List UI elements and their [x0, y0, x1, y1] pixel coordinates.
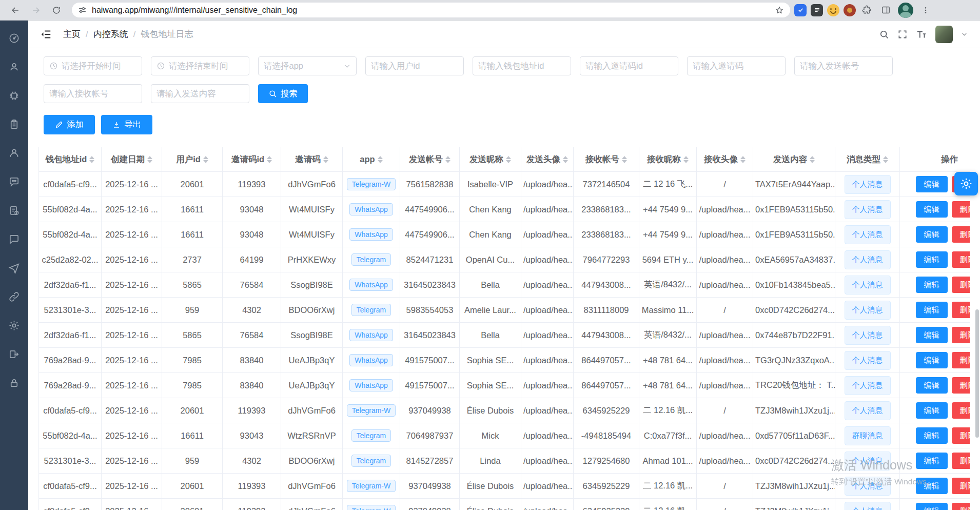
add-button[interactable]: 添加 — [44, 115, 95, 134]
edit-button[interactable]: 编辑 — [916, 277, 948, 293]
delete-button[interactable]: 删除 — [952, 402, 970, 419]
edit-button[interactable]: 编辑 — [916, 251, 948, 268]
sidebar-item-lock[interactable] — [0, 368, 28, 397]
address-bar[interactable]: haiwang.app/miwang#/internal/user_sensit… — [72, 3, 790, 17]
column-header[interactable]: 发送内容 — [753, 147, 835, 172]
filter-input[interactable] — [44, 84, 142, 103]
bookmark-star-icon[interactable] — [775, 6, 784, 15]
sort-carets-icon[interactable] — [563, 156, 568, 163]
sort-carets-icon[interactable] — [622, 156, 627, 163]
delete-button[interactable]: 删除 — [952, 201, 970, 218]
profile-avatar[interactable] — [898, 3, 913, 18]
column-header[interactable]: 用户id — [162, 147, 223, 172]
sort-carets-icon[interactable] — [445, 156, 450, 163]
edit-button[interactable]: 编辑 — [916, 176, 948, 192]
header-search-icon[interactable] — [879, 29, 889, 40]
column-header[interactable]: 创建日期 — [102, 147, 162, 172]
column-header[interactable]: 钱包地址id — [39, 147, 102, 172]
edit-button[interactable]: 编辑 — [916, 201, 948, 218]
input[interactable] — [264, 61, 341, 71]
sidebar-item-chat-dots[interactable] — [0, 167, 28, 196]
delete-button[interactable]: 删除 — [952, 302, 970, 318]
column-header[interactable]: app — [343, 147, 400, 172]
sort-carets-icon[interactable] — [323, 156, 328, 163]
sidebar-item-send[interactable] — [0, 253, 28, 282]
edit-button[interactable]: 编辑 — [916, 327, 948, 343]
edit-button[interactable]: 编辑 — [916, 352, 948, 368]
sort-carets-icon[interactable] — [810, 156, 815, 163]
extensions-puzzle-icon[interactable] — [860, 2, 873, 18]
side-panel-icon[interactable] — [877, 2, 894, 18]
sidebar-item-logout[interactable] — [0, 340, 28, 368]
sort-carets-icon[interactable] — [683, 156, 689, 163]
extension-icon-dark[interactable] — [811, 4, 823, 16]
extension-icon-red[interactable] — [844, 4, 856, 16]
edit-button[interactable]: 编辑 — [916, 453, 948, 469]
sidebar-item-user[interactable] — [0, 52, 28, 81]
sidebar-item-dashboard[interactable] — [0, 24, 28, 52]
delete-button[interactable]: 删除 — [952, 453, 970, 469]
input[interactable] — [156, 89, 244, 99]
scrollbar-thumb[interactable] — [975, 309, 979, 438]
column-header[interactable]: 邀请码 — [281, 147, 343, 172]
column-header[interactable]: 发送帐号 — [400, 147, 460, 172]
settings-float-button[interactable] — [954, 172, 978, 195]
chevron-down-icon[interactable] — [961, 31, 968, 37]
sidebar-item-chat[interactable] — [0, 225, 28, 253]
search-button[interactable]: 搜索 — [258, 84, 308, 103]
extension-icon-smiley[interactable] — [827, 4, 839, 16]
column-header[interactable]: 邀请码id — [223, 147, 281, 172]
sort-carets-icon[interactable] — [883, 156, 888, 163]
filter-input[interactable] — [794, 56, 893, 75]
extension-icon-blue[interactable] — [794, 4, 807, 16]
reload-icon[interactable] — [48, 2, 65, 18]
delete-button[interactable]: 删除 — [952, 478, 970, 494]
fullscreen-icon[interactable] — [897, 29, 908, 40]
sort-carets-icon[interactable] — [147, 156, 152, 163]
delete-button[interactable]: 删除 — [952, 327, 970, 343]
sort-carets-icon[interactable] — [267, 156, 272, 163]
font-size-icon[interactable] — [916, 29, 927, 40]
delete-button[interactable]: 删除 — [952, 251, 970, 268]
delete-button[interactable]: 删除 — [952, 427, 970, 444]
input[interactable] — [800, 61, 887, 71]
sort-carets-icon[interactable] — [89, 156, 94, 163]
delete-button[interactable]: 删除 — [952, 377, 970, 394]
app-select[interactable] — [258, 56, 357, 75]
input[interactable] — [585, 61, 673, 71]
sidebar-item-customer[interactable] — [0, 139, 28, 167]
input[interactable] — [62, 61, 136, 71]
filter-input[interactable] — [687, 56, 786, 75]
column-header[interactable]: 接收帐号 — [574, 147, 639, 172]
collapse-menu-icon[interactable] — [41, 29, 52, 40]
delete-button[interactable]: 删除 — [952, 226, 970, 243]
delete-button[interactable]: 删除 — [952, 277, 970, 293]
column-header[interactable]: 发送头像 — [521, 147, 574, 172]
input[interactable] — [693, 61, 780, 71]
chrome-menu-icon[interactable] — [917, 2, 934, 18]
input[interactable] — [169, 61, 244, 71]
filter-input[interactable] — [473, 56, 571, 75]
sidebar-item-link[interactable] — [0, 282, 28, 311]
breadcrumb-internal[interactable]: 内控系统 — [93, 28, 128, 40]
url-text[interactable]: haiwang.app/miwang#/internal/user_sensit… — [92, 6, 770, 15]
back-icon[interactable] — [7, 2, 24, 18]
edit-button[interactable]: 编辑 — [916, 402, 948, 419]
delete-button[interactable]: 删除 — [952, 352, 970, 368]
sidebar-item-clipboard[interactable] — [0, 110, 28, 139]
column-header[interactable]: 接收头像 — [697, 147, 753, 172]
date-picker[interactable] — [44, 56, 142, 75]
edit-button[interactable]: 编辑 — [916, 478, 948, 494]
filter-input[interactable] — [151, 84, 249, 103]
sidebar-item-doc-check[interactable] — [0, 196, 28, 225]
column-header[interactable]: 消息类型 — [835, 147, 900, 172]
edit-button[interactable]: 编辑 — [916, 503, 948, 510]
input[interactable] — [49, 89, 136, 99]
sort-carets-icon[interactable] — [506, 156, 511, 163]
sort-carets-icon[interactable] — [203, 156, 208, 163]
sort-carets-icon[interactable] — [378, 156, 383, 163]
column-header[interactable]: 接收昵称 — [639, 147, 697, 172]
export-button[interactable]: 导出 — [101, 115, 152, 134]
user-avatar[interactable] — [935, 26, 953, 43]
sort-carets-icon[interactable] — [740, 156, 746, 163]
